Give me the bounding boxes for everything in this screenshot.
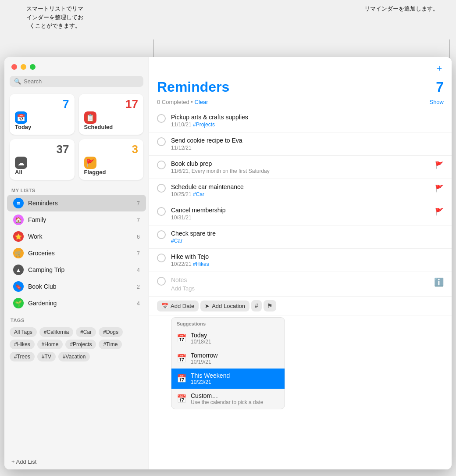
suggestion-date: 10/18/21 (191, 339, 211, 345)
add-location-button[interactable]: ➤ Add Location (200, 301, 249, 311)
new-reminder-circle[interactable] (157, 277, 166, 286)
suggestion-this-weekend[interactable]: 📅 This Weekend 10/23/21 (171, 369, 285, 389)
sidebar: 🔍 7 📅 Today 17 📋 Scheduled 37 (4, 57, 149, 469)
today-label: Today (15, 124, 69, 130)
reminder-item[interactable]: Schedule car maintenance 10/25/21 #Car 🚩 (149, 179, 452, 202)
reminder-item[interactable]: Send cookie recipe to Eva 11/12/21 (149, 132, 452, 156)
reminder-item[interactable]: Cancel membership 10/31/21 🚩 (149, 202, 452, 225)
tooltip-area: スマートリストでリマインダーを整理しておくことができます。 リマインダーを追加し… (0, 0, 456, 61)
add-list-button[interactable]: + Add List (4, 454, 149, 469)
tag-home[interactable]: #Home (37, 340, 63, 349)
search-input[interactable] (24, 78, 139, 85)
tag-california[interactable]: #California (39, 327, 73, 337)
close-button[interactable] (11, 64, 17, 70)
flag-icon: 🚩 (435, 208, 444, 216)
suggestion-date: 10/23/21 (191, 379, 230, 385)
scheduled-icon: 📋 (84, 111, 96, 124)
tag-tv[interactable]: #TV (37, 352, 56, 361)
sidebar-item-reminders[interactable]: ≡ Reminders 7 (7, 195, 146, 211)
all-label: All (15, 169, 69, 175)
tag-car[interactable]: #Car (76, 327, 96, 337)
tag-trees[interactable]: #Trees (10, 352, 35, 361)
sidebar-item-bookclub[interactable]: 🔖 Book Club 2 (7, 278, 146, 295)
suggestion-title: Custom… (191, 392, 263, 399)
gardening-icon: 🌱 (13, 298, 24, 308)
show-button[interactable]: Show (429, 99, 444, 105)
reminder-checkbox[interactable] (157, 114, 166, 123)
smart-card-flagged[interactable]: 3 🚩 Flagged (79, 139, 144, 180)
sidebar-item-gardening[interactable]: 🌱 Gardening 4 (7, 295, 146, 311)
info-icon[interactable]: ℹ️ (434, 277, 444, 287)
tag-all-tags[interactable]: All Tags (10, 327, 37, 337)
minimize-button[interactable] (21, 64, 26, 70)
flag-button[interactable]: ⚑ (264, 300, 276, 311)
smart-card-all[interactable]: 37 ☁ All (10, 139, 75, 180)
calendar-icon: 📅 (177, 374, 186, 383)
all-icon: ☁ (15, 157, 27, 169)
tag-dogs[interactable]: #Dogs (99, 327, 123, 337)
new-reminder-content: Notes Add Tags (171, 276, 431, 292)
smart-card-today[interactable]: 7 📅 Today (10, 94, 75, 135)
reminder-list: Pickup arts & crafts supplies 11/10/21 #… (149, 109, 452, 469)
groceries-label: Groceries (28, 250, 132, 257)
reminder-item[interactable]: Book club prep 11/6/21, Every month on t… (149, 156, 452, 179)
reminder-item[interactable]: Check spare tire #Car (149, 225, 452, 249)
reminder-content: Check spare tire #Car (171, 230, 444, 244)
flagged-label: Flagged (84, 169, 139, 175)
sidebar-item-groceries[interactable]: 🛒 Groceries 7 (7, 245, 146, 261)
action-toolbar: 📅 Add Date ➤ Add Location # ⚑ (149, 297, 452, 315)
reminder-subtitle: 10/22/21 #Hikes (171, 261, 444, 267)
suggestion-tomorrow[interactable]: 📅 Tomorrow 10/19/21 (171, 348, 285, 369)
suggestion-date: Use the calendar to pick a date (191, 399, 263, 405)
completed-text: 0 Completed • Clear (157, 99, 208, 105)
reminders-header: Reminders 7 (149, 77, 452, 98)
add-date-button[interactable]: 📅 Add Date (157, 301, 199, 311)
reminder-subtitle: 10/31/21 (171, 215, 431, 221)
tag-hikes[interactable]: #Hikes (10, 340, 35, 349)
reminder-checkbox[interactable] (157, 230, 166, 239)
add-reminder-button[interactable]: + (433, 62, 445, 75)
reminder-checkbox[interactable] (157, 254, 166, 262)
bookclub-count: 2 (137, 283, 140, 290)
suggestion-title: This Weekend (191, 372, 230, 379)
sidebar-item-camping[interactable]: ▲ Camping Trip 4 (7, 261, 146, 278)
sidebar-item-family[interactable]: 🏠 Family 7 (7, 211, 146, 228)
scheduled-count: 17 (84, 98, 139, 110)
calendar-icon: 📅 (161, 303, 168, 309)
reminder-checkbox[interactable] (157, 207, 166, 216)
suggestion-content: Today 10/18/21 (191, 332, 211, 345)
tag-time[interactable]: #Time (99, 340, 122, 349)
reminder-content: Book club prep 11/6/21, Every month on t… (171, 160, 431, 174)
camping-count: 4 (137, 267, 140, 273)
sidebar-item-work[interactable]: ⭐ Work 6 (7, 228, 146, 245)
suggestion-today[interactable]: 📅 Today 10/18/21 (171, 328, 285, 348)
camping-icon: ▲ (13, 265, 24, 275)
gardening-count: 4 (137, 300, 140, 307)
tag-button[interactable]: # (251, 300, 262, 311)
maximize-button[interactable] (30, 64, 36, 70)
reminder-item[interactable]: Hike with Tejo 10/22/21 #Hikes (149, 249, 452, 272)
reminder-item[interactable]: Pickup arts & crafts supplies 11/10/21 #… (149, 109, 452, 132)
reminder-checkbox[interactable] (157, 137, 166, 146)
tag-projects[interactable]: #Projects (65, 340, 96, 349)
tooltip-left: スマートリストでリマインダーを整理しておくことができます。 (26, 4, 83, 61)
my-lists-header: My Lists (4, 185, 149, 195)
reminders-total-count: 7 (436, 79, 444, 95)
completed-bar: 0 Completed • Clear Show (149, 98, 452, 109)
reminder-content: Send cookie recipe to Eva 11/12/21 (171, 137, 444, 151)
smart-lists-grid: 7 📅 Today 17 📋 Scheduled 37 ☁ All 3 🚩 (4, 91, 149, 185)
bookclub-icon: 🔖 (13, 281, 24, 292)
reminders-icon: ≡ (13, 198, 24, 208)
family-label: Family (28, 216, 132, 223)
reminders-label: Reminders (28, 200, 132, 207)
reminder-title: Book club prep (171, 160, 431, 167)
tooltip-right: リマインダーを追加します。 (364, 4, 438, 61)
suggestion-custom[interactable]: 📅 Custom… Use the calendar to pick a dat… (171, 389, 285, 409)
suggestion-content: Tomorrow 10/19/21 (191, 352, 217, 365)
reminder-checkbox[interactable] (157, 161, 166, 169)
smart-card-scheduled[interactable]: 17 📋 Scheduled (79, 94, 144, 135)
app-window: 🔍 7 📅 Today 17 📋 Scheduled 37 (4, 57, 452, 469)
reminder-checkbox[interactable] (157, 184, 166, 193)
clear-button[interactable]: Clear (195, 99, 208, 105)
tag-vacation[interactable]: #Vacation (58, 352, 90, 361)
